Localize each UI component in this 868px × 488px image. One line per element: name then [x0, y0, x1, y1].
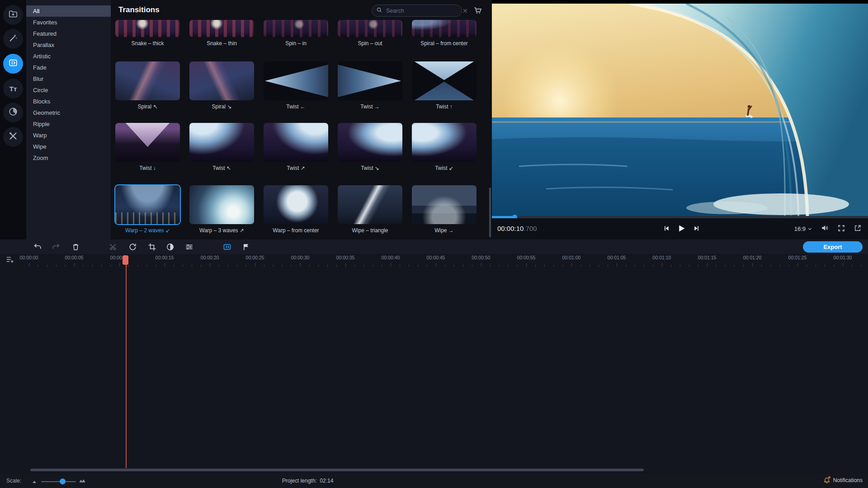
search-box[interactable]: ✕ [372, 5, 462, 17]
transitions-button[interactable] [3, 54, 23, 74]
timeline-ruler[interactable]: 00:00:0000:00:0500:00:1000:00:1500:00:20… [0, 254, 868, 267]
marker-flag-button[interactable] [240, 241, 252, 253]
transition-tile[interactable] [412, 185, 476, 224]
ruler-tick [508, 265, 509, 267]
ruler-timestamp: 00:00:00 [20, 255, 38, 260]
more-tools-button[interactable] [3, 127, 23, 147]
transition-tile[interactable] [115, 123, 180, 162]
ruler-tick [526, 263, 527, 267]
prev-frame-button[interactable] [663, 225, 670, 232]
magic-wand-icon [8, 33, 18, 45]
playhead-handle[interactable] [123, 255, 128, 265]
ruler-tick [83, 265, 84, 267]
transition-tile[interactable] [115, 61, 180, 100]
transition-tile[interactable] [338, 61, 402, 100]
ruler-tick [761, 265, 762, 267]
stickers-button[interactable] [3, 103, 23, 122]
category-item-circle[interactable]: Circle [26, 84, 111, 96]
search-input[interactable] [382, 8, 462, 14]
timeline-zoom-slider[interactable] [41, 481, 76, 482]
ruler-tick [336, 265, 337, 267]
transition-tile[interactable] [264, 61, 328, 100]
notifications-button[interactable]: Notifications [823, 477, 863, 484]
play-button[interactable] [677, 224, 686, 233]
ruler-tick [562, 265, 563, 267]
ruler-tick [354, 265, 355, 267]
category-item-geometric[interactable]: Geometric [26, 107, 111, 118]
filter-settings-button[interactable] [183, 241, 195, 253]
transition-button[interactable] [221, 241, 233, 253]
category-item-warp[interactable]: Warp [26, 130, 111, 141]
crop-button[interactable] [146, 241, 158, 253]
transition-tile[interactable] [115, 20, 180, 37]
undo-button[interactable] [32, 241, 43, 253]
search-clear-icon[interactable]: ✕ [462, 8, 468, 14]
export-button[interactable]: Export [803, 241, 863, 253]
transition-tile[interactable] [189, 61, 254, 100]
transitions-panel: Transitions ✕ Snake – thickSnake – thinS… [111, 0, 492, 239]
timeline-scrollbar[interactable] [30, 469, 644, 471]
titles-button[interactable]: Tт [3, 79, 23, 99]
delete-button[interactable] [70, 241, 81, 253]
transition-tile[interactable] [264, 123, 328, 162]
fullscreen-icon[interactable] [837, 224, 845, 234]
transition-tile[interactable] [412, 123, 476, 162]
add-track-button[interactable] [5, 255, 15, 265]
transition-categories: AllFavoritesFeaturedParallaxArtisticFade… [26, 0, 111, 239]
ruler-tick [192, 265, 192, 267]
transition-tile[interactable] [338, 123, 402, 162]
ruler-tick [436, 263, 436, 267]
transition-tile[interactable] [264, 20, 328, 37]
ruler-timestamp: 00:01:00 [562, 255, 581, 260]
ruler-tick [535, 265, 536, 267]
volume-icon[interactable] [821, 224, 829, 234]
transition-tile[interactable] [189, 123, 254, 162]
store-cart-icon[interactable] [473, 6, 482, 17]
category-item-wipe[interactable]: Wipe [26, 141, 111, 152]
undo-icon [33, 243, 42, 251]
ruler-tick [617, 263, 617, 267]
category-item-parallax[interactable]: Parallax [26, 39, 111, 51]
category-item-zoom[interactable]: Zoom [26, 152, 111, 164]
filters-button[interactable] [3, 29, 23, 49]
transition-tile[interactable] [189, 185, 254, 224]
transition-tile[interactable] [412, 20, 476, 37]
aspect-ratio-dropdown[interactable]: 16:9 [794, 225, 812, 232]
category-item-ripple[interactable]: Ripple [26, 118, 111, 130]
cut-button[interactable] [107, 241, 119, 253]
preview-video [492, 4, 868, 216]
category-item-featured[interactable]: Featured [26, 28, 111, 39]
ruler-tick [255, 263, 255, 267]
ruler-tick [852, 265, 852, 267]
ruler-tick [92, 265, 93, 267]
category-item-blur[interactable]: Blur [26, 73, 111, 84]
category-item-all[interactable]: All [26, 5, 111, 17]
category-item-artistic[interactable]: Artistic [26, 51, 111, 62]
transition-tile-label: Twist ↙ [412, 163, 476, 174]
category-item-blocks[interactable]: Blocks [26, 96, 111, 107]
ruler-tick [644, 265, 644, 267]
timeline-zoom-handle[interactable] [60, 479, 66, 484]
category-item-fade[interactable]: Fade [26, 62, 111, 73]
color-adjust-button[interactable] [164, 241, 176, 253]
transition-tile[interactable] [412, 61, 476, 100]
ruler-timestamp: 00:00:30 [291, 255, 310, 260]
next-frame-button[interactable] [693, 225, 700, 232]
zoom-in-icon[interactable] [79, 477, 86, 485]
detach-window-icon[interactable] [854, 224, 862, 234]
transition-tile[interactable] [115, 185, 180, 224]
panel-title: Transitions [118, 5, 160, 14]
import-media-button[interactable] [3, 5, 23, 25]
transition-tile[interactable] [264, 185, 328, 224]
ruler-tick [56, 265, 57, 267]
redo-button[interactable] [50, 241, 61, 253]
transition-tile[interactable] [189, 20, 254, 37]
rotate-button[interactable] [127, 241, 138, 253]
transition-tile[interactable] [338, 20, 402, 37]
category-item-favorites[interactable]: Favorites [26, 17, 111, 28]
zoom-out-icon[interactable] [32, 478, 37, 486]
transition-tile[interactable] [338, 185, 402, 224]
transition-tile-label: Twist ← [264, 101, 328, 112]
ruler-tick [237, 265, 237, 267]
panel-scrollbar[interactable] [489, 188, 491, 237]
